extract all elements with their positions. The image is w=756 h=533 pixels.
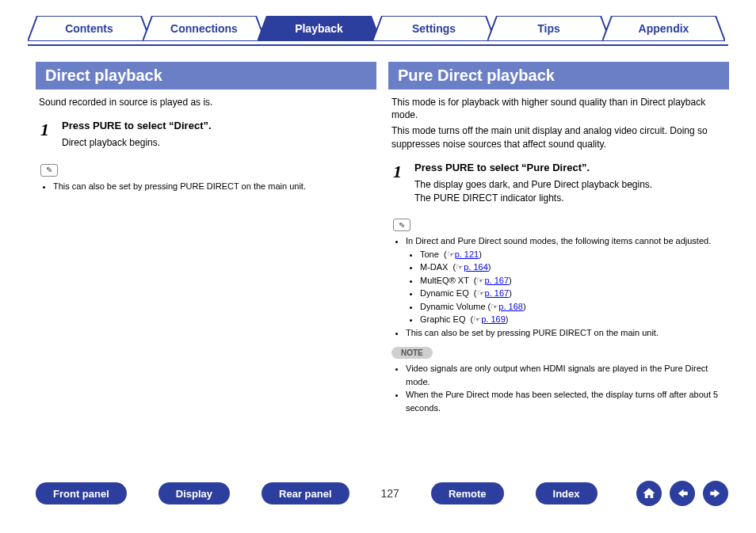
direct-step-title: Press PURE to select “Direct”. bbox=[62, 120, 212, 131]
tab-contents[interactable]: Contents bbox=[28, 16, 151, 41]
page-link[interactable]: p. 164 bbox=[464, 262, 488, 272]
hand-icon: ☞ bbox=[447, 249, 455, 259]
item-name: MultEQ® XT bbox=[420, 276, 469, 285]
hand-icon: ☞ bbox=[491, 302, 498, 311]
item-name: Dynamic Volume bbox=[420, 302, 486, 311]
page-number: 127 bbox=[381, 487, 399, 500]
tab-settings-label: Settings bbox=[372, 16, 495, 41]
nav-icons bbox=[636, 481, 728, 506]
pure-note-2: When the Pure Direct mode has been selec… bbox=[406, 388, 729, 414]
tab-connections[interactable]: Connections bbox=[143, 16, 265, 41]
list-item: Dynamic EQ (☞p. 167) bbox=[420, 287, 729, 300]
item-name: Dynamic EQ bbox=[420, 288, 469, 298]
note-pill: NOTE bbox=[391, 347, 433, 359]
cannot-adjust-lead: In Direct and Pure Direct sound modes, t… bbox=[406, 234, 729, 248]
page-link[interactable]: p. 167 bbox=[484, 276, 509, 285]
tab-playback-label: Playback bbox=[258, 16, 380, 41]
direct-step-desc: Direct playback begins. bbox=[62, 136, 212, 150]
hand-icon: ☞ bbox=[456, 262, 464, 272]
section-title-pure-direct: Pure Direct playback bbox=[388, 62, 729, 89]
page-link[interactable]: p. 168 bbox=[498, 302, 523, 311]
pure-step-desc-1: The display goes dark, and Pure Direct p… bbox=[414, 178, 652, 192]
item-name: Graphic EQ bbox=[420, 314, 465, 324]
pure-step-desc-2: The PURE DIRECT indicator lights. bbox=[414, 192, 652, 205]
list-item: Dynamic Volume (☞p. 168) bbox=[420, 300, 729, 314]
hand-icon: ☞ bbox=[476, 276, 484, 285]
tab-tips-label: Tips bbox=[487, 16, 610, 41]
tab-appendix[interactable]: Appendix bbox=[602, 16, 725, 41]
pure-note-1: Video signals are only output when HDMI … bbox=[406, 362, 729, 388]
nav-underline bbox=[28, 44, 728, 46]
pure-intro-2: This mode turns off the main unit displa… bbox=[388, 124, 729, 153]
tab-contents-label: Contents bbox=[28, 16, 151, 41]
tab-appendix-label: Appendix bbox=[602, 16, 725, 41]
tab-settings[interactable]: Settings bbox=[372, 16, 495, 41]
list-item: Graphic EQ (☞p. 169) bbox=[420, 313, 729, 326]
page-link[interactable]: p. 121 bbox=[455, 249, 479, 259]
step-number: 1 bbox=[393, 162, 402, 205]
front-panel-button[interactable]: Front panel bbox=[36, 482, 127, 504]
pencil-icon: ✎ bbox=[40, 164, 58, 177]
pure-step-1: 1 Press PURE to select “Pure Direct”. Th… bbox=[388, 154, 729, 208]
tab-tips[interactable]: Tips bbox=[487, 16, 610, 41]
direct-intro: Sound recorded in source is played as is… bbox=[36, 89, 376, 112]
direct-note-0: This can also be set by pressing PURE DI… bbox=[53, 180, 376, 193]
list-item: M-DAX (☞p. 164) bbox=[420, 261, 729, 274]
page-link[interactable]: p. 167 bbox=[485, 288, 510, 298]
remote-button[interactable]: Remote bbox=[431, 482, 504, 504]
direct-step-1: 1 Press PURE to select “Direct”. Direct … bbox=[36, 112, 376, 153]
list-item: MultEQ® XT (☞p. 167) bbox=[420, 274, 729, 287]
also-main-unit: This can also be set by pressing PURE DI… bbox=[406, 326, 729, 340]
hand-icon: ☞ bbox=[477, 288, 485, 298]
pencil-icon: ✎ bbox=[393, 219, 410, 231]
prev-page-icon[interactable] bbox=[670, 481, 695, 506]
display-button[interactable]: Display bbox=[158, 482, 230, 504]
bottom-bar: Front panel Display Rear panel 127 Remot… bbox=[36, 478, 728, 509]
section-direct-playback: Direct playback Sound recorded in source… bbox=[36, 62, 376, 192]
pure-intro-1: This mode is for playback with higher so… bbox=[388, 89, 729, 124]
home-icon[interactable] bbox=[636, 481, 662, 506]
next-page-icon[interactable] bbox=[703, 481, 728, 506]
list-item: Tone (☞p. 121) bbox=[420, 248, 729, 261]
pure-step-title: Press PURE to select “Pure Direct”. bbox=[414, 162, 652, 173]
nav-tabs: Contents Connections Playback Settings T… bbox=[28, 16, 728, 48]
section-title-direct: Direct playback bbox=[36, 62, 376, 89]
page-link[interactable]: p. 169 bbox=[481, 314, 506, 324]
index-button[interactable]: Index bbox=[536, 482, 598, 504]
step-number: 1 bbox=[40, 120, 49, 150]
item-name: M-DAX bbox=[420, 262, 448, 272]
rear-panel-button[interactable]: Rear panel bbox=[262, 482, 349, 504]
tab-playback[interactable]: Playback bbox=[258, 16, 380, 41]
section-pure-direct-playback: Pure Direct playback This mode is for pl… bbox=[388, 62, 729, 414]
tab-connections-label: Connections bbox=[143, 16, 265, 41]
hand-icon: ☞ bbox=[473, 314, 481, 324]
item-name: Tone bbox=[420, 249, 439, 259]
